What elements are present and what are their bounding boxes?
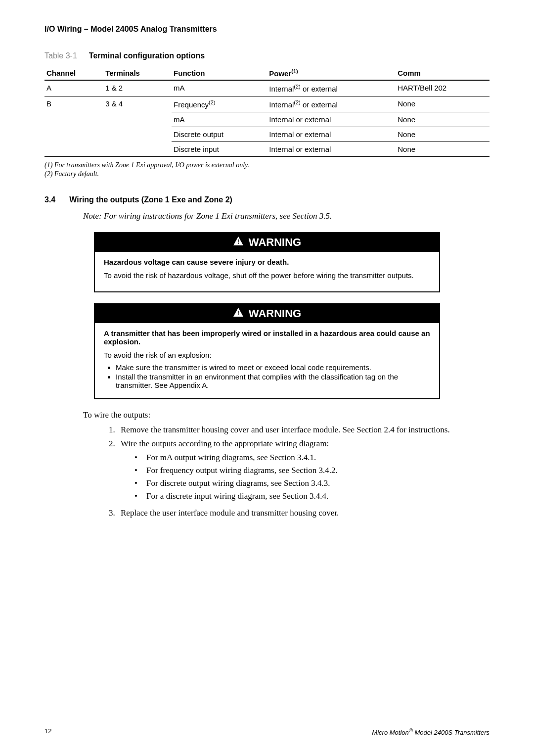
step-number: 2. [109,439,121,504]
col-comm: Comm [396,65,490,80]
table-row: A 1 & 2 mA Internal(2) or external HART/… [44,80,490,96]
cell-channel: B [44,96,103,112]
cell-comm: None [396,127,490,142]
cell-power: Internal(2) or external [267,80,396,96]
table-title: Terminal configuration options [89,51,205,60]
bullet-item: •For mA output wiring diagrams, see Sect… [134,453,490,463]
table-number: Table 3-1 [44,51,77,60]
table-row: Discrete input Internal or external None [44,142,490,157]
col-terminals: Terminals [103,65,172,80]
step-text: Remove the transmitter housing cover and… [121,425,450,435]
cell-power: Internal or external [267,142,396,157]
page-number: 12 [44,727,51,736]
warning-lead: Hazardous voltage can cause severe injur… [104,258,430,266]
section-title: Wiring the outputs (Zone 1 Exe and Zone … [69,195,232,204]
page-footer: 12 Micro Motion® Model 2400S Transmitter… [44,727,490,736]
warning-box-2: ! WARNING A transmitter that has been im… [94,303,440,399]
numbered-steps: 1. Remove the transmitter housing cover … [109,425,490,518]
cell-comm: None [396,112,490,127]
svg-text:!: ! [237,309,239,317]
warning-triangle-icon: ! [233,307,244,320]
bullet-item: •For discrete output wiring diagrams, se… [134,478,490,488]
table-row: Discrete output Internal or external Non… [44,127,490,142]
cell-terminals: 1 & 2 [103,80,172,96]
section-note: Note: For wiring instructions for Zone 1… [83,211,490,221]
cell-terminals: 3 & 4 [103,96,172,112]
step-text: Replace the user interface module and tr… [121,508,339,518]
table-row: mA Internal or external None [44,112,490,127]
bullet-item: •For a discrete input wiring diagram, se… [134,491,490,501]
cell-function: mA [172,112,267,127]
warning-bullets: Make sure the transmitter is wired to me… [116,363,430,389]
cell-function: Frequency(2) [172,96,267,112]
table-row: B 3 & 4 Frequency(2) Internal(2) or exte… [44,96,490,112]
cell-power: Internal or external [267,127,396,142]
warning-header: ! WARNING [95,304,439,323]
section-heading: 3.4 Wiring the outputs (Zone 1 Exe and Z… [44,195,490,204]
col-function: Function [172,65,267,80]
bullet-item: •For frequency output wiring diagrams, s… [134,466,490,475]
warning-body: Hazardous voltage can cause severe injur… [95,252,439,291]
svg-text:!: ! [237,238,239,245]
step-2: 2. Wire the outputs according to the app… [109,439,490,504]
warning-bullet: Make sure the transmitter is wired to me… [116,363,430,372]
table-caption: Table 3-1 Terminal configuration options [44,51,490,60]
step-number: 1. [109,425,121,435]
steps-intro: To wire the outputs: [83,410,490,420]
warning-label: WARNING [249,236,301,249]
warning-label: WARNING [249,307,301,320]
step-3: 3. Replace the user interface module and… [109,508,490,518]
cell-comm: None [396,142,490,157]
col-channel: Channel [44,65,103,80]
table-footnotes: (1) For transmitters with Zone 1 Exi app… [44,161,490,179]
warning-triangle-icon: ! [233,236,244,249]
sub-bullets: •For mA output wiring diagrams, see Sect… [134,453,490,501]
step-number: 3. [109,508,121,518]
step-text: Wire the outputs according to the approp… [121,439,329,448]
cell-comm: None [396,96,490,112]
cell-comm: HART/Bell 202 [396,80,490,96]
cell-power: Internal or external [267,112,396,127]
col-power: Power(1) [267,65,396,80]
warning-text: To avoid the risk of an explosion: [104,351,430,359]
cell-power: Internal(2) or external [267,96,396,112]
cell-function: Discrete output [172,127,267,142]
page-running-header: I/O Wiring – Model 2400S Analog Transmit… [44,25,490,34]
warning-box-1: ! WARNING Hazardous voltage can cause se… [94,232,440,292]
cell-channel: A [44,80,103,96]
step-1: 1. Remove the transmitter housing cover … [109,425,490,435]
table-header-row: Channel Terminals Function Power(1) Comm [44,65,490,80]
footnote-2: (2) Factory default. [44,170,490,179]
cell-function: Discrete input [172,142,267,157]
footnote-1: (1) For transmitters with Zone 1 Exi app… [44,161,490,170]
warning-header: ! WARNING [95,233,439,252]
section-number: 3.4 [44,195,55,204]
cell-function: mA [172,80,267,96]
terminal-config-table: Channel Terminals Function Power(1) Comm… [44,65,490,157]
warning-body: A transmitter that has been improperly w… [95,323,439,398]
footer-title: Micro Motion® Model 2400S Transmitters [372,727,490,736]
warning-lead: A transmitter that has been improperly w… [104,329,430,346]
warning-text: To avoid the risk of hazardous voltage, … [104,271,430,280]
warning-bullet: Install the transmitter in an environmen… [116,373,430,389]
